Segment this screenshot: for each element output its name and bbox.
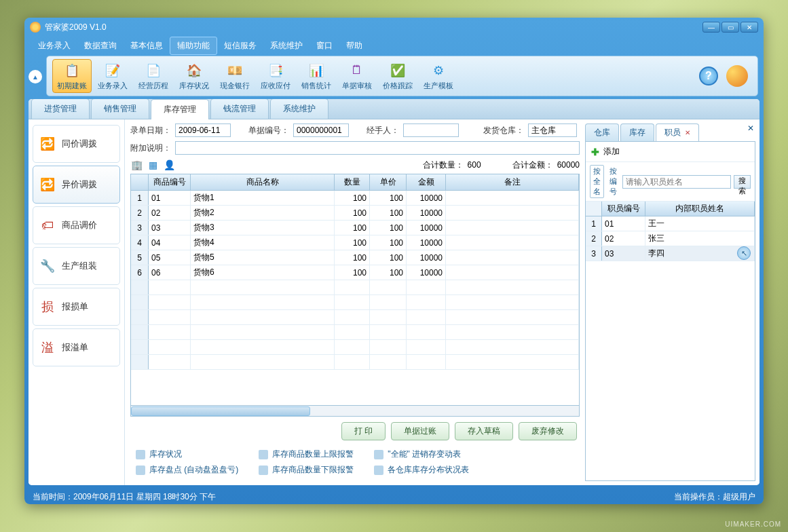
menu-2[interactable]: 基本信息 bbox=[124, 37, 170, 54]
date-input[interactable] bbox=[175, 124, 231, 137]
collapse-toolbar-button[interactable]: ▲ bbox=[29, 70, 42, 83]
col-header[interactable]: 商品名称 bbox=[191, 174, 335, 190]
doc-input[interactable] bbox=[293, 124, 349, 137]
tool-0[interactable]: 📋初期建账 bbox=[52, 59, 92, 93]
building-icon[interactable]: 🏢 bbox=[130, 159, 143, 171]
employee-row[interactable]: 303李四↖ bbox=[586, 246, 755, 261]
tool-icon: 📋 bbox=[63, 62, 81, 79]
status-time: 当前时间：2009年06月11日 星期四 18时30分 下午 bbox=[33, 491, 216, 503]
filter-code[interactable]: 按编号 bbox=[607, 166, 620, 197]
table-row[interactable]: 303货物310010010000 bbox=[131, 221, 579, 235]
employee-row[interactable]: 101王一 bbox=[586, 216, 755, 231]
tab-close-icon[interactable]: ✕ bbox=[685, 129, 690, 136]
menu-6[interactable]: 窗口 bbox=[309, 37, 339, 54]
filter-fullname[interactable]: 按全名 bbox=[590, 165, 604, 198]
app-title: 管家婆2009 V1.0 bbox=[45, 22, 702, 33]
action-btn-1[interactable]: 单据过账 bbox=[391, 422, 449, 440]
nav-item-3[interactable]: 🔧生产组装 bbox=[33, 247, 120, 285]
col-header[interactable]: 数量 bbox=[335, 174, 370, 190]
search-button[interactable]: 搜索 bbox=[734, 175, 751, 189]
action-btn-0[interactable]: 打 印 bbox=[341, 422, 386, 440]
menu-1[interactable]: 数据查询 bbox=[77, 37, 124, 54]
add-button[interactable]: ✚ 添加 bbox=[586, 142, 755, 162]
table-row[interactable] bbox=[131, 340, 579, 355]
warehouse-input[interactable] bbox=[528, 124, 577, 137]
nav-item-4[interactable]: 损报损单 bbox=[33, 288, 120, 326]
panel-close-icon[interactable]: ✕ bbox=[747, 124, 754, 133]
nav-item-5[interactable]: 溢报溢单 bbox=[33, 328, 120, 366]
nav-item-2[interactable]: 🏷商品调价 bbox=[33, 206, 120, 244]
table-row[interactable]: 606货物610010010000 bbox=[131, 265, 579, 280]
minimize-button[interactable]: — bbox=[702, 22, 720, 33]
close-button[interactable]: ✕ bbox=[740, 22, 758, 33]
table-row[interactable] bbox=[131, 310, 579, 325]
main-tab-1[interactable]: 销售管理 bbox=[91, 99, 149, 119]
statusbar: 当前时间：2009年06月11日 星期四 18时30分 下午 当前操作员：超级用… bbox=[24, 489, 764, 504]
menu-4[interactable]: 短信服务 bbox=[217, 37, 263, 54]
report-link[interactable]: 库存商品数量上限报警 bbox=[259, 449, 354, 460]
tool-icon: 📄 bbox=[145, 62, 162, 79]
grid-body[interactable]: 101货物110010010000202货物210010010000303货物3… bbox=[131, 191, 579, 405]
tool-4[interactable]: 💴现金银行 bbox=[215, 59, 255, 93]
rp-col-header[interactable]: 职员编号 bbox=[602, 202, 645, 216]
tool-1[interactable]: 📝业务录入 bbox=[93, 59, 132, 93]
arrow-up-icon[interactable]: ↖ bbox=[737, 246, 751, 260]
rp-col-header[interactable]: 内部职员姓名 bbox=[645, 202, 755, 216]
main-tab-0[interactable]: 进货管理 bbox=[31, 99, 90, 119]
table-row[interactable] bbox=[131, 355, 579, 370]
table-row[interactable] bbox=[131, 280, 579, 295]
tool-5[interactable]: 📑应收应付 bbox=[256, 59, 295, 93]
employee-grid-body[interactable]: 101王一202张三303李四↖ bbox=[586, 216, 755, 480]
col-header[interactable]: 金额 bbox=[407, 174, 446, 190]
col-header[interactable]: 备注 bbox=[446, 174, 579, 190]
maximize-button[interactable]: ▭ bbox=[721, 22, 739, 33]
menu-0[interactable]: 业务录入 bbox=[31, 37, 77, 54]
right-tab-1[interactable]: 库存 bbox=[620, 124, 654, 141]
col-header[interactable]: 商品编号 bbox=[149, 174, 191, 190]
main-tab-4[interactable]: 系统维护 bbox=[270, 99, 329, 119]
menubar: 业务录入数据查询基本信息辅助功能短信服务系统维护窗口帮助 bbox=[24, 37, 764, 54]
person-icon[interactable]: 👤 bbox=[163, 159, 175, 171]
table-row[interactable] bbox=[131, 295, 579, 310]
grid-icon[interactable]: ▦ bbox=[147, 159, 159, 171]
help-icon[interactable]: ? bbox=[699, 66, 718, 86]
menu-5[interactable]: 系统维护 bbox=[263, 37, 309, 54]
tool-8[interactable]: ✅价格跟踪 bbox=[378, 59, 417, 93]
tool-2[interactable]: 📄经营历程 bbox=[134, 59, 173, 93]
report-link[interactable]: 库存状况 bbox=[136, 449, 238, 460]
horizontal-scrollbar[interactable] bbox=[131, 405, 579, 416]
table-row[interactable]: 404货物410010010000 bbox=[131, 235, 579, 250]
report-link[interactable]: 库存盘点 (自动盘盈盘亏) bbox=[136, 464, 238, 476]
right-tab-2[interactable]: 职员✕ bbox=[656, 124, 699, 141]
report-link[interactable]: "全能" 进销存变动表 bbox=[374, 449, 469, 460]
rp-col-header[interactable] bbox=[586, 202, 602, 216]
table-row[interactable]: 202货物210010010000 bbox=[131, 206, 579, 221]
nav-item-0[interactable]: 🔁同价调拨 bbox=[33, 125, 120, 163]
tool-6[interactable]: 📊销售统计 bbox=[297, 59, 336, 93]
note-input[interactable] bbox=[175, 141, 580, 155]
action-btn-3[interactable]: 废弃修改 bbox=[519, 422, 577, 440]
main-tab-3[interactable]: 钱流管理 bbox=[210, 99, 269, 119]
menu-3[interactable]: 辅助功能 bbox=[170, 37, 217, 55]
table-row[interactable]: 505货物510010010000 bbox=[131, 250, 579, 265]
menu-7[interactable]: 帮助 bbox=[339, 37, 369, 54]
main-tab-2[interactable]: 库存管理 bbox=[151, 99, 209, 119]
tool-3[interactable]: 🏠库存状况 bbox=[174, 59, 214, 93]
report-link[interactable]: 库存商品数量下限报警 bbox=[259, 464, 354, 476]
tool-7[interactable]: 🗒单据审核 bbox=[337, 59, 377, 93]
report-icon bbox=[374, 450, 383, 459]
table-row[interactable] bbox=[131, 325, 579, 340]
nav-item-1[interactable]: 🔁异价调拨 bbox=[33, 166, 120, 204]
date-label: 录单日期： bbox=[130, 125, 171, 136]
right-tab-0[interactable]: 仓库 bbox=[585, 124, 619, 141]
col-header[interactable] bbox=[131, 174, 149, 190]
employee-row[interactable]: 202张三 bbox=[586, 231, 755, 246]
action-btn-2[interactable]: 存入草稿 bbox=[455, 422, 513, 440]
employee-search-input[interactable] bbox=[622, 175, 731, 189]
handler-input[interactable] bbox=[403, 124, 459, 137]
globe-icon[interactable] bbox=[726, 65, 748, 87]
table-row[interactable]: 101货物110010010000 bbox=[131, 191, 579, 206]
tool-9[interactable]: ⚙生产模板 bbox=[419, 59, 458, 93]
col-header[interactable]: 单价 bbox=[370, 174, 407, 190]
report-link[interactable]: 各仓库库存分布状况表 bbox=[374, 464, 469, 476]
